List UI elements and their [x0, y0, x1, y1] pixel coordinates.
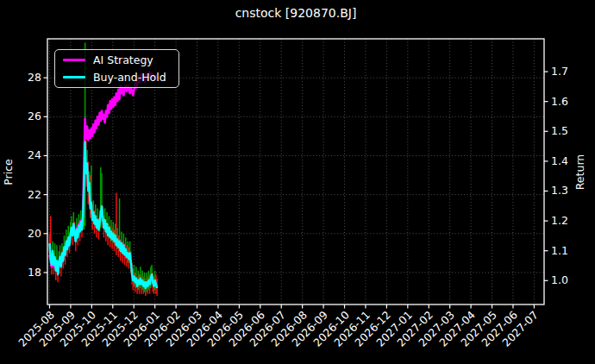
return-tick-label: 1.7 — [551, 66, 580, 78]
legend-line-swatch — [63, 76, 85, 79]
buy-and-hold-line — [50, 142, 158, 288]
legend-label: Buy-and-Hold — [93, 71, 166, 84]
chart-title: cnstock [920870.BJ] — [47, 6, 544, 20]
legend-line-swatch — [63, 59, 85, 62]
price-tick-label: 18 — [12, 267, 41, 279]
figure: cnstock [920870.BJ] Price Return 1820222… — [0, 0, 595, 364]
legend-item: AI Strategy — [55, 53, 178, 67]
return-tick-label: 1.1 — [551, 245, 580, 257]
price-tick-label: 20 — [12, 228, 41, 240]
price-tick-label: 22 — [12, 189, 41, 201]
legend-label: AI Strategy — [93, 53, 153, 66]
return-tick-label: 1.2 — [551, 215, 580, 227]
price-tick-label: 24 — [12, 149, 41, 161]
return-tick-label: 1.4 — [551, 155, 580, 167]
return-tick-label: 1.6 — [551, 96, 580, 108]
price-tick-label: 26 — [12, 110, 41, 122]
price-tick-label: 28 — [12, 72, 41, 84]
return-tick-label: 1.0 — [551, 274, 580, 286]
legend-item: Buy-and-Hold — [55, 70, 178, 85]
legend: AI StrategyBuy-and-Hold — [54, 49, 179, 88]
return-tick-label: 1.5 — [551, 125, 580, 137]
return-tick-label: 1.3 — [551, 185, 580, 197]
